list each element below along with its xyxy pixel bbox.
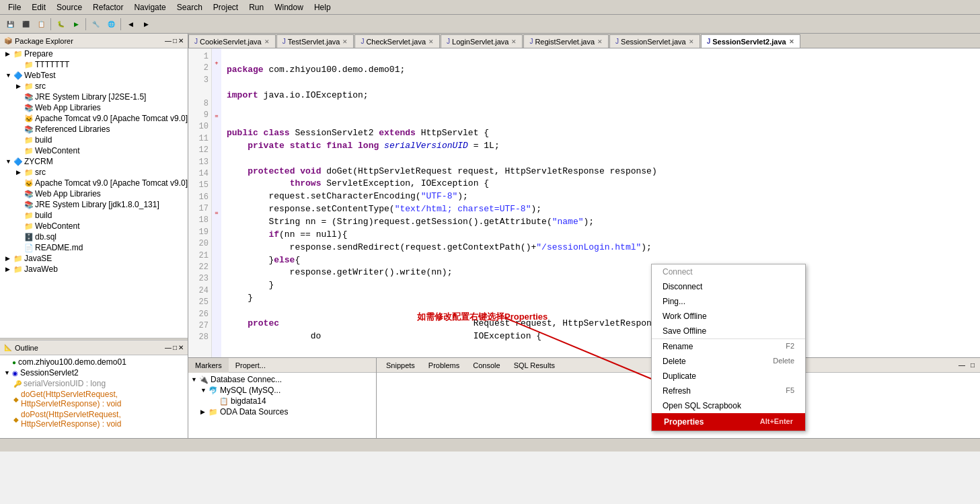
tab-loginservlet[interactable]: J LoginServlet.java ✕: [441, 34, 523, 48]
toolbar-save[interactable]: 💾: [3, 17, 17, 32]
tab-sessionservlet2[interactable]: J SessionServlet2.java ✕: [701, 34, 800, 48]
menu-file[interactable]: File: [3, 1, 26, 13]
ctx-item-refresh[interactable]: RefreshF5: [652, 384, 805, 398]
tree-item-ttttttt[interactable]: 📁 TTTTTTT: [0, 59, 188, 70]
editor-tab-bar: J CookieServlet.java ✕ J TestServlet.jav…: [188, 34, 980, 48]
bottom-maximize-icon[interactable]: □: [971, 361, 975, 369]
statusbar: [0, 438, 980, 452]
tab-sessionservlet[interactable]: J SessionServlet.java ✕: [609, 34, 700, 48]
package-explorer-panel: 📦 Package Explorer — □ ✕ ▶ 📁 Prepare 📁: [0, 34, 188, 338]
ds-item-mysql[interactable]: ▼ 🐬 MySQL (MySQ...: [190, 385, 375, 396]
tree-item-dbsql[interactable]: 🗄️ db.sql: [0, 231, 188, 242]
toolbar-sep2: [85, 18, 86, 30]
ctx-item-open-sql[interactable]: Open SQL Scrapbook: [652, 398, 805, 413]
tab-label: SessionServlet.java: [621, 38, 686, 46]
bottom-tab-snippets[interactable]: Snippets: [382, 360, 419, 371]
tab-icon: J: [282, 38, 286, 45]
bottom-tab-console[interactable]: Console: [469, 360, 504, 371]
menu-window[interactable]: Window: [269, 1, 309, 13]
tab-testservlet[interactable]: J TestServlet.java ✕: [276, 34, 354, 48]
ctx-item-disconnect[interactable]: Disconnect: [652, 279, 805, 294]
tree-item-webapp-libs[interactable]: 📚 Web App Libraries: [0, 102, 188, 113]
tree-item-zycrm[interactable]: ▼ 🔷 ZYCRM: [0, 156, 188, 167]
menu-project[interactable]: Project: [208, 1, 243, 13]
tab-icon: J: [194, 38, 198, 45]
tree-item-webtest-src[interactable]: ▶ 📁 src: [0, 81, 188, 92]
bottom-left-tabs: Markers Propert...: [188, 358, 376, 373]
outline-icon: 📐: [4, 344, 12, 351]
toolbar-fwd[interactable]: ▶: [139, 17, 153, 32]
ds-item-bigdata14[interactable]: 📋 bigdata14: [190, 396, 375, 406]
tree-item-jre-system[interactable]: 📚 JRE System Library [J2SE-1.5]: [0, 92, 188, 102]
tab-checkservlet[interactable]: J CheckServlet.java ✕: [354, 34, 440, 48]
menu-run[interactable]: Run: [243, 1, 269, 13]
toolbar-btn4[interactable]: 🌐: [104, 17, 118, 32]
outline-maximize-icon[interactable]: □: [173, 344, 177, 351]
outline-minimize-icon[interactable]: —: [165, 344, 172, 351]
tab-close-icon[interactable]: ✕: [264, 38, 270, 45]
tree-item-build2[interactable]: 📁 build: [0, 210, 188, 221]
tab-close-icon[interactable]: ✕: [789, 38, 794, 45]
package-explorer-icon: 📦: [4, 37, 12, 44]
ctx-item-rename[interactable]: RenameF2: [652, 339, 805, 354]
menu-help[interactable]: Help: [309, 1, 336, 13]
tree-item-javase[interactable]: ▶ 📁 JavaSE: [0, 253, 188, 264]
tree-item-jre-zycrm[interactable]: 📚 JRE System Library [jdk1.8.0_131]: [0, 199, 188, 210]
outline-item-field[interactable]: 🔑 serialVersionUID : long: [3, 378, 185, 389]
ctx-item-save-offline[interactable]: Save Offline: [652, 324, 805, 338]
bottom-tab-properties[interactable]: Propert...: [229, 358, 272, 373]
tab-label: CookieServlet.java: [200, 38, 262, 46]
toolbar-run[interactable]: ▶: [69, 17, 83, 32]
tree-item-build1[interactable]: 📁 build: [0, 135, 188, 145]
menu-search[interactable]: Search: [172, 1, 208, 13]
menu-navigate[interactable]: Navigate: [128, 1, 171, 13]
toolbar-btn2[interactable]: 📋: [34, 17, 48, 32]
menu-refactor[interactable]: Refactor: [87, 1, 128, 13]
outline-item-package[interactable]: ● com.zhiyou100.demo.demo01: [3, 357, 185, 367]
panel-maximize-icon[interactable]: □: [173, 37, 177, 44]
outline-item-doget[interactable]: ◆ doGet(HttpServletRequest, HttpServletR…: [3, 389, 185, 409]
tree-item-javaweb[interactable]: ▶ 📁 JavaWeb: [0, 264, 188, 275]
bottom-tab-markers[interactable]: Markers: [188, 358, 229, 373]
outline-item-class[interactable]: ▼ ◉ SessionServlet2: [3, 367, 185, 378]
ds-item-database-connect[interactable]: ▼ 🔌 Database Connec...: [190, 374, 375, 385]
tree-item-readme[interactable]: 📄 README.md: [0, 242, 188, 253]
tab-close-icon[interactable]: ✕: [597, 38, 603, 45]
menu-source[interactable]: Source: [51, 1, 87, 13]
tree-item-prepare[interactable]: ▶ 📁 Prepare: [0, 48, 188, 59]
toolbar-btn1[interactable]: ⬛: [18, 17, 33, 32]
tree-item-zycrm-src[interactable]: ▶ 📁 src: [0, 167, 188, 178]
ctx-item-delete[interactable]: DeleteDelete: [652, 354, 805, 369]
tab-close-icon[interactable]: ✕: [689, 38, 694, 45]
toolbar-btn3[interactable]: 🔧: [88, 17, 103, 32]
panel-close-icon[interactable]: ✕: [178, 37, 184, 44]
ctx-item-connect[interactable]: Connect: [652, 264, 805, 279]
tree-item-webcontent2[interactable]: 📁 WebContent: [0, 221, 188, 231]
tree-item-webcontent1[interactable]: 📁 WebContent: [0, 145, 188, 156]
tree-item-webapp-zycrm[interactable]: 📚 Web App Libraries: [0, 188, 188, 199]
tab-cookieservlet[interactable]: J CookieServlet.java ✕: [188, 34, 276, 48]
outline-close-icon[interactable]: ✕: [178, 344, 184, 351]
ctx-item-ping[interactable]: Ping...: [652, 294, 805, 309]
toolbar-back[interactable]: ◀: [123, 17, 138, 32]
tab-label: LoginServlet.java: [452, 38, 508, 46]
tree-item-referenced-libs[interactable]: 📚 Referenced Libraries: [0, 124, 188, 135]
tree-item-webtest[interactable]: ▼ 🔷 WebTest: [0, 70, 188, 81]
outline-item-dopost[interactable]: ◆ doPost(HttpServletRequest, HttpServlet…: [3, 409, 185, 429]
bottom-minimize-icon[interactable]: —: [958, 361, 965, 369]
ctx-item-work-offline[interactable]: Work Offline: [652, 309, 805, 324]
tree-item-tomcat-zycrm[interactable]: 🐱 Apache Tomcat v9.0 [Apache Tomcat v9.0…: [0, 178, 188, 188]
tab-close-icon[interactable]: ✕: [511, 38, 517, 45]
ctx-item-duplicate[interactable]: Duplicate: [652, 369, 805, 384]
menu-edit[interactable]: Edit: [26, 1, 51, 13]
tab-close-icon[interactable]: ✕: [428, 38, 434, 45]
tab-close-icon[interactable]: ✕: [342, 38, 348, 45]
bottom-tab-problems[interactable]: Problems: [424, 360, 463, 371]
tab-registservlet[interactable]: J RegistServlet.java ✕: [523, 34, 609, 48]
package-explorer-header: 📦 Package Explorer — □ ✕: [0, 34, 188, 48]
tree-item-tomcat-webtest[interactable]: 🐱 Apache Tomcat v9.0 [Apache Tomcat v9.0…: [0, 113, 188, 124]
ctx-item-properties[interactable]: PropertiesAlt+Enter: [652, 413, 805, 431]
ds-item-oda[interactable]: ▶ 📁 ODA Data Sources: [190, 406, 375, 417]
toolbar-debug[interactable]: 🐛: [53, 17, 68, 32]
panel-minimize-icon[interactable]: —: [165, 37, 172, 44]
